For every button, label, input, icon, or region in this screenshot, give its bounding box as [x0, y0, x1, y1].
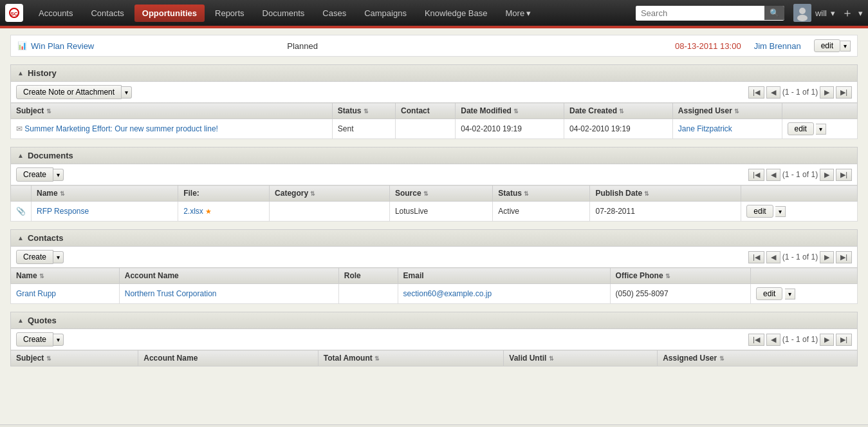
- contact-col-account[interactable]: Account Name: [119, 268, 338, 284]
- quotes-next-page[interactable]: ▶: [820, 334, 834, 346]
- record-edit-button[interactable]: edit: [814, 39, 840, 52]
- history-toggle-icon[interactable]: ▲: [17, 70, 24, 77]
- doc-col-category[interactable]: Category ⇅: [270, 185, 390, 202]
- contact-account-link[interactable]: Northern Trust Corporation: [125, 289, 217, 298]
- documents-prev-page[interactable]: ◀: [766, 169, 780, 181]
- documents-toggle-icon[interactable]: ▲: [17, 152, 24, 159]
- quote-col-total[interactable]: Total Amount ⇅: [318, 350, 504, 366]
- history-col-contact[interactable]: Contact: [396, 103, 456, 119]
- documents-pagination: |◀ ◀ (1 - 1 of 1) ▶ ▶|: [748, 169, 852, 181]
- contact-name-link[interactable]: Grant Rupp: [16, 289, 56, 298]
- history-edit-button[interactable]: edit: [788, 122, 814, 135]
- nav-contacts[interactable]: Contacts: [83, 5, 131, 22]
- quote-col-account[interactable]: Account Name: [138, 350, 318, 366]
- nav-cases[interactable]: Cases: [315, 5, 354, 22]
- attachment-icon: 📎: [16, 207, 26, 216]
- quotes-first-page[interactable]: |◀: [748, 334, 764, 346]
- doc-edit-button[interactable]: edit: [746, 205, 773, 218]
- create-quote-dropdown[interactable]: ▾: [53, 334, 64, 346]
- history-edit-dropdown[interactable]: ▾: [816, 124, 826, 135]
- doc-file-cell: 2.xlsx ★: [178, 202, 270, 222]
- history-row-actions: edit ▾: [782, 119, 857, 139]
- doc-row-actions: edit ▾: [741, 202, 858, 222]
- doc-col-file[interactable]: File:: [178, 185, 270, 202]
- history-first-page[interactable]: |◀: [748, 86, 764, 99]
- app-logo[interactable]: SC: [5, 4, 23, 22]
- doc-col-publish-date[interactable]: Publish Date ⇅: [590, 185, 741, 202]
- quotes-section-header: ▲ Quotes: [10, 312, 858, 328]
- quotes-prev-page[interactable]: ◀: [766, 334, 780, 346]
- create-contact-button[interactable]: Create: [16, 250, 53, 264]
- create-quote-button[interactable]: Create: [16, 332, 53, 346]
- contact-col-actions: [751, 268, 858, 284]
- record-icon: 📊: [17, 41, 27, 50]
- quote-col-valid[interactable]: Valid Until ⇅: [504, 350, 658, 366]
- contact-col-email[interactable]: Email: [398, 268, 610, 284]
- quotes-last-page[interactable]: ▶|: [836, 334, 852, 346]
- create-note-button[interactable]: Create Note or Attachment: [16, 85, 122, 99]
- history-last-page[interactable]: ▶|: [836, 86, 852, 99]
- documents-next-page[interactable]: ▶: [820, 169, 834, 181]
- contacts-section-label: Contacts: [28, 233, 64, 243]
- svg-text:SC: SC: [10, 11, 17, 17]
- contacts-toggle-icon[interactable]: ▲: [17, 234, 24, 242]
- nav-documents[interactable]: Documents: [255, 5, 313, 22]
- user-chevron-icon: ▾: [831, 8, 835, 18]
- search-input[interactable]: [636, 6, 764, 21]
- doc-col-source[interactable]: Source ⇅: [389, 185, 492, 202]
- contacts-table: Name ⇅ Account Name Role Email Office Ph…: [10, 267, 858, 304]
- contacts-prev-page[interactable]: ◀: [766, 251, 780, 263]
- user-menu[interactable]: will ▾: [793, 4, 835, 22]
- history-assigned-cell: Jane Fitzpatrick: [672, 119, 782, 139]
- create-document-dropdown[interactable]: ▾: [53, 169, 64, 181]
- doc-edit-dropdown[interactable]: ▾: [775, 206, 786, 217]
- record-edit-dropdown[interactable]: ▾: [840, 41, 851, 52]
- history-prev-page[interactable]: ◀: [766, 86, 780, 99]
- quotes-section-label: Quotes: [28, 316, 57, 325]
- nav-campaigns[interactable]: Campaigns: [356, 5, 414, 22]
- doc-col-name[interactable]: Name ⇅: [32, 185, 178, 202]
- history-assigned-link[interactable]: Jane Fitzpatrick: [678, 124, 732, 133]
- record-title-link[interactable]: Win Plan Review: [31, 41, 94, 51]
- history-date-created-cell: 04-02-2010 19:19: [564, 119, 673, 139]
- history-col-subject[interactable]: Subject ⇅: [11, 103, 333, 119]
- history-col-status[interactable]: Status ⇅: [332, 103, 395, 119]
- contact-edit-button[interactable]: edit: [756, 287, 782, 300]
- nav-accounts[interactable]: Accounts: [31, 5, 80, 22]
- create-note-dropdown[interactable]: ▾: [122, 86, 132, 99]
- history-col-date-created[interactable]: Date Created ⇅: [564, 103, 673, 119]
- quote-col-subject[interactable]: Subject ⇅: [11, 350, 138, 366]
- search-button[interactable]: 🔍: [764, 6, 784, 20]
- record-date: 08-13-2011 13:00: [675, 41, 741, 51]
- record-assigned-user[interactable]: Jim Brennan: [754, 41, 801, 51]
- create-contact-dropdown[interactable]: ▾: [53, 251, 64, 263]
- nav-knowledge-base[interactable]: Knowledge Base: [417, 5, 495, 22]
- contact-col-name[interactable]: Name ⇅: [11, 268, 120, 284]
- documents-first-page[interactable]: |◀: [748, 169, 764, 181]
- history-col-assigned[interactable]: Assigned User ⇅: [672, 103, 782, 119]
- contact-email-link[interactable]: section60@example.co.jp: [403, 289, 492, 298]
- contacts-first-page[interactable]: |◀: [748, 251, 764, 263]
- history-col-date-modified[interactable]: Date Modified ⇅: [456, 103, 564, 119]
- contact-col-phone[interactable]: Office Phone ⇅: [610, 268, 750, 284]
- nav-reports[interactable]: Reports: [207, 5, 252, 22]
- contact-col-role[interactable]: Role: [338, 268, 398, 284]
- contacts-last-page[interactable]: ▶|: [836, 251, 852, 263]
- documents-last-page[interactable]: ▶|: [836, 169, 852, 181]
- doc-name-link[interactable]: RFP Response: [37, 207, 89, 216]
- doc-col-actions: [741, 185, 858, 202]
- contacts-next-page[interactable]: ▶: [820, 251, 834, 263]
- nav-more[interactable]: More ▾: [498, 5, 539, 22]
- nav-opportunities[interactable]: Opportunities: [134, 5, 205, 22]
- quick-add-button[interactable]: ＋: [842, 5, 853, 21]
- history-subject-link[interactable]: Summer Marketing Effort: Our new summer …: [24, 124, 218, 133]
- username: will: [815, 8, 827, 18]
- history-next-page[interactable]: ▶: [820, 86, 834, 99]
- contact-edit-dropdown[interactable]: ▾: [785, 289, 795, 299]
- doc-file-link[interactable]: 2.xlsx: [183, 207, 203, 216]
- doc-col-status[interactable]: Status ⇅: [493, 185, 590, 202]
- documents-section-label: Documents: [28, 151, 73, 160]
- quote-col-assigned[interactable]: Assigned User ⇅: [658, 350, 858, 366]
- create-document-button[interactable]: Create: [16, 167, 53, 182]
- quotes-toggle-icon[interactable]: ▲: [17, 317, 24, 324]
